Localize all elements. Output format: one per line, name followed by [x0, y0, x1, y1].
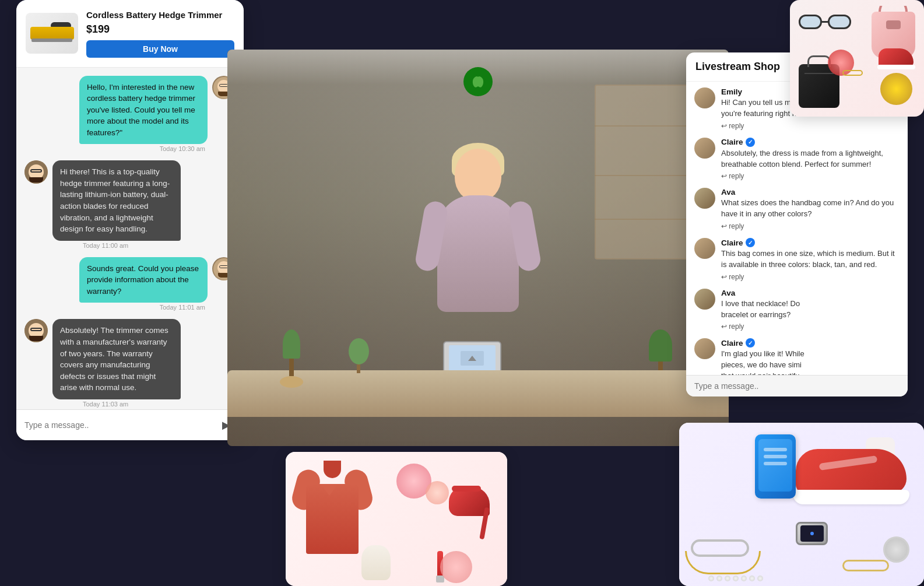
shop-username-ava-2: Ava [721, 289, 900, 297]
deco-sneaker-panel [679, 423, 924, 586]
avatar-2 [24, 160, 48, 184]
deco-accessories-panel [790, 0, 924, 117]
shop-message-2: Claire ✓ Absolutely, the dress is made f… [694, 138, 900, 181]
verified-badge-2: ✓ [746, 238, 755, 247]
shop-msg-body-5: Ava I love that necklace! Dobracelet or … [721, 289, 900, 332]
shop-message-4: Claire ✓ This bag comes in one size, whi… [694, 238, 900, 282]
xbox-logo [463, 67, 493, 96]
shop-avatar-claire-1 [694, 138, 715, 159]
message-bubble-2: Hi there! This is a top-quality hedge tr… [52, 160, 181, 240]
shop-msg-body-2: Claire ✓ Absolutely, the dress is made f… [721, 138, 900, 181]
reply-link-2[interactable]: ↩ reply [721, 172, 744, 180]
shop-avatar-ava-2 [694, 289, 715, 310]
reply-link-1[interactable]: ↩ reply [721, 122, 744, 130]
message-row-2: Hi there! This is a top-quality hedge tr… [24, 160, 236, 253]
buy-now-button[interactable]: Buy Now [86, 40, 234, 58]
message-time-4: Today 11:03 am [52, 399, 181, 409]
shop-username-claire-2: Claire ✓ [721, 238, 900, 247]
shop-message-3: Ava What sizes does the handbag come in?… [694, 188, 900, 231]
shop-msg-text-2: Absolutely, the dress is made from a lig… [721, 148, 900, 170]
verified-badge-3: ✓ [746, 338, 755, 348]
message-time-1: Today 10:30 am [79, 144, 208, 157]
message-bubble-3: Sounds great. Could you please provide i… [79, 257, 208, 303]
reply-link-5[interactable]: ↩ reply [721, 322, 744, 331]
message-time-3: Today 11:01 am [79, 303, 208, 315]
chat-input[interactable] [24, 420, 212, 430]
message-time-2: Today 11:00 am [52, 241, 181, 254]
chat-input-bar: ▶ [16, 409, 244, 440]
product-name: Cordless Battery Hedge Trimmer [86, 9, 234, 21]
product-card: Cordless Battery Hedge Trimmer $199 Buy … [16, 0, 244, 68]
shop-msg-body-6: Claire ✓ I'm glad you like it! Whilepiec… [721, 338, 900, 375]
shop-msg-body-4: Claire ✓ This bag comes in one size, whi… [721, 238, 900, 282]
message-row-3: Sounds great. Could you please provide i… [24, 257, 236, 316]
shop-avatar-ava-1 [694, 188, 715, 209]
shop-message-6: Claire ✓ I'm glad you like it! Whilepiec… [694, 338, 900, 375]
shop-username-claire-1: Claire ✓ [721, 138, 900, 147]
shop-msg-text-5: I love that necklace! Dobracelet or earr… [721, 299, 900, 321]
shop-title: Livestream Shop [695, 61, 780, 73]
shop-msg-body-3: Ava What sizes does the handbag come in?… [721, 188, 900, 231]
shop-msg-text-6: I'm glad you like it! Whilepieces, we do… [721, 349, 900, 375]
shop-username-ava-1: Ava [721, 188, 900, 196]
shop-msg-text-3: What sizes does the handbag come in? And… [721, 198, 900, 220]
shop-avatar-emily [694, 87, 715, 108]
chat-messages-area: Hello, I'm interested in the new cordles… [16, 68, 244, 410]
shop-message-5: Ava I love that necklace! Dobracelet or … [694, 289, 900, 332]
shop-avatar-claire-2 [694, 238, 715, 259]
reply-link-3[interactable]: ↩ reply [721, 222, 744, 230]
product-price: $199 [86, 23, 234, 36]
shop-avatar-claire-3 [694, 338, 715, 359]
verified-badge-1: ✓ [746, 138, 755, 147]
shop-input-bar [686, 375, 908, 396]
video-panel [227, 50, 729, 446]
product-info: Cordless Battery Hedge Trimmer $199 Buy … [86, 9, 234, 58]
message-bubble-4: Absolutely! The trimmer comes with a man… [52, 319, 181, 399]
shop-msg-text-4: This bag comes in one size, which is med… [721, 248, 900, 271]
shop-messages-area: Emily Hi! Can you tell us more about the… [686, 82, 908, 375]
shop-chat-input[interactable] [694, 381, 900, 391]
message-row-4: Absolutely! The trimmer comes with a man… [24, 319, 236, 409]
deco-fashion-panel [286, 452, 507, 586]
avatar-4 [24, 319, 48, 342]
chat-panel: Cordless Battery Hedge Trimmer $199 Buy … [16, 0, 244, 440]
product-image [26, 13, 78, 54]
reply-link-4[interactable]: ↩ reply [721, 273, 744, 281]
shop-username-claire-3: Claire ✓ [721, 338, 900, 348]
message-row-1: Hello, I'm interested in the new cordles… [24, 76, 236, 157]
message-bubble-1: Hello, I'm interested in the new cordles… [79, 76, 208, 145]
